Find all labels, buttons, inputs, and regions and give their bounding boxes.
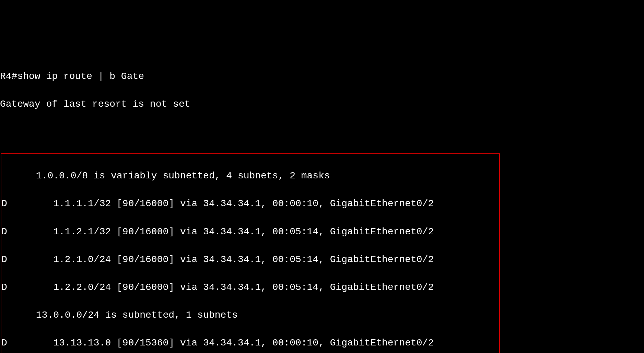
route-entry-d1: D 1.1.1.1/32 [90/16000] via 34.34.34.1, … [1, 197, 499, 211]
route-summary-1: 1.0.0.0/8 is variably subnetted, 4 subne… [1, 169, 499, 183]
route-entry-d2: D 1.1.2.1/32 [90/16000] via 34.34.34.1, … [1, 225, 499, 239]
blank-line [0, 125, 644, 139]
route-entry-d5: D 13.13.13.0 [90/15360] via 34.34.34.1, … [1, 336, 499, 350]
route-summary-13: 13.0.0.0/24 is subnetted, 1 subnets [1, 308, 499, 322]
route-entry-d3: D 1.2.1.0/24 [90/16000] via 34.34.34.1, … [1, 253, 499, 267]
highlighted-routes-box: 1.0.0.0/8 is variably subnetted, 4 subne… [1, 153, 500, 353]
gateway-line: Gateway of last resort is not set [0, 97, 644, 111]
command-line: R4#show ip route | b Gate [0, 70, 644, 84]
route-entry-d4: D 1.2.2.0/24 [90/16000] via 34.34.34.1, … [1, 281, 499, 295]
terminal-window[interactable]: R4#show ip route | b Gate Gateway of las… [0, 56, 644, 353]
